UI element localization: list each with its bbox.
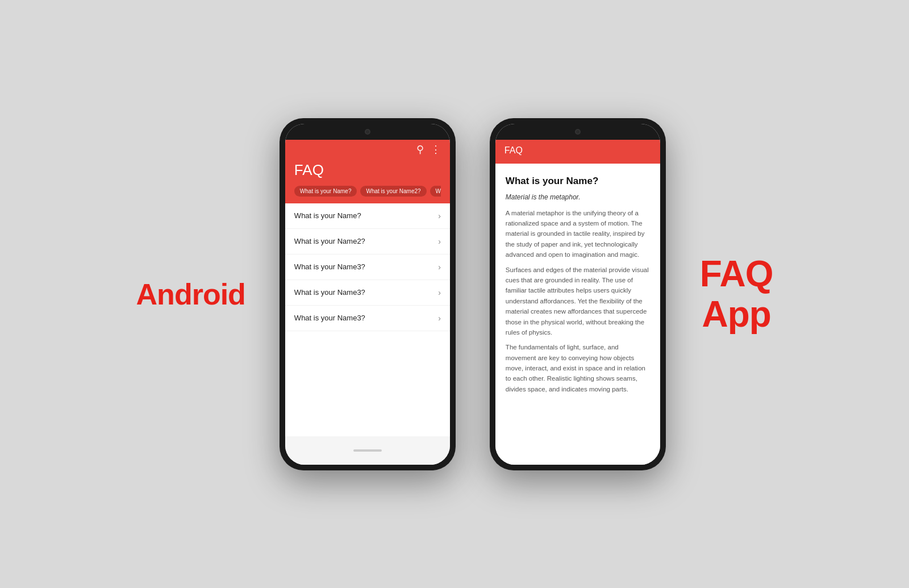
faq-body: A material metaphor is the unifying theo… xyxy=(506,208,650,395)
list-item[interactable]: What is your Name? › xyxy=(285,203,450,229)
android-label: Android xyxy=(136,277,245,311)
phone2-header: FAQ xyxy=(495,140,660,164)
search-icon[interactable]: ⚲ xyxy=(416,143,424,156)
list-item-text: What is your Name? xyxy=(294,211,361,220)
phone2-camera xyxy=(575,129,581,135)
faq-body-para-1: A material metaphor is the unifying theo… xyxy=(506,208,650,260)
phone1-camera xyxy=(365,129,370,135)
phone2-screen: FAQ What is your Name? Material is the m… xyxy=(495,140,660,465)
chip-3[interactable]: What is your xyxy=(430,186,441,197)
phone-2: FAQ What is your Name? Material is the m… xyxy=(490,118,666,470)
faq-question-title: What is your Name? xyxy=(506,175,650,187)
list-item[interactable]: What is your Name3? › xyxy=(285,280,450,306)
phone2-notch xyxy=(495,124,660,140)
phone-1: ⚲ ⋮ FAQ What is your Name? What is your … xyxy=(280,118,456,470)
chevron-icon: › xyxy=(438,211,441,220)
phone2-title: FAQ xyxy=(504,143,651,158)
phone1-bottom-bar xyxy=(285,436,450,465)
faq-app-label: FAQApp xyxy=(700,254,773,334)
chevron-icon: › xyxy=(438,314,441,323)
faq-body-para-2: Surfaces and edges of the material provi… xyxy=(506,265,650,338)
chip-2[interactable]: What is your Name2? xyxy=(360,186,426,197)
list-item-text: What is your Name3? xyxy=(294,262,365,271)
home-indicator xyxy=(353,449,382,452)
phone1-notch xyxy=(285,124,450,140)
phone1-chips: What is your Name? What is your Name2? W… xyxy=(294,186,441,197)
list-item-text: What is your Name2? xyxy=(294,237,365,245)
faq-tagline: Material is the metaphor. xyxy=(506,193,650,201)
chevron-icon: › xyxy=(438,288,441,297)
list-item-text: What is your Name3? xyxy=(294,288,365,297)
faq-body-para-3: The fundamentals of light, surface, and … xyxy=(506,342,650,394)
list-item[interactable]: What is your Name3? › xyxy=(285,255,450,280)
list-item[interactable]: What is your Name3? › xyxy=(285,306,450,331)
list-item-text: What is your Name3? xyxy=(294,314,365,322)
phone2-content: What is your Name? Material is the metap… xyxy=(495,164,660,465)
list-item[interactable]: What is your Name2? › xyxy=(285,229,450,255)
phone1-list: What is your Name? › What is your Name2?… xyxy=(285,203,450,436)
phone1-screen: ⚲ ⋮ FAQ What is your Name? What is your … xyxy=(285,140,450,465)
main-scene: Android ⚲ ⋮ FAQ What is your Name? What … xyxy=(0,0,909,588)
chevron-icon: › xyxy=(438,237,441,246)
phone1-title: FAQ xyxy=(294,159,441,186)
more-icon[interactable]: ⋮ xyxy=(431,143,441,156)
chevron-icon: › xyxy=(438,262,441,272)
chip-1[interactable]: What is your Name? xyxy=(294,186,357,197)
phone1-header: ⚲ ⋮ FAQ What is your Name? What is your … xyxy=(285,140,450,203)
